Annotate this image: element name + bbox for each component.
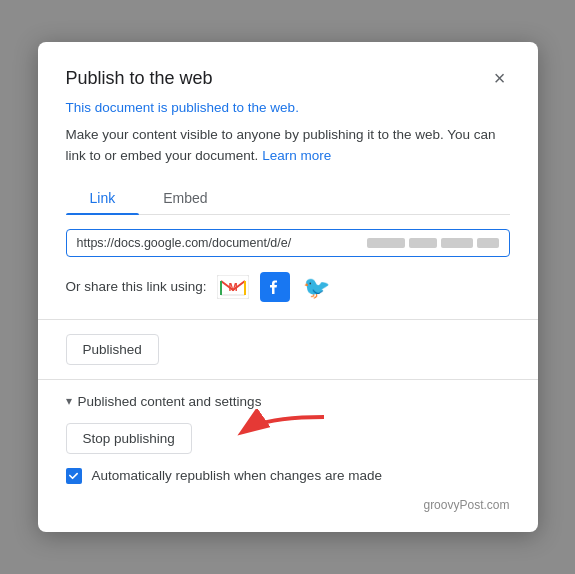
auto-republish-checkbox[interactable] [66,468,82,484]
watermark: groovyPost.com [66,498,510,512]
publish-to-web-modal: Publish to the web × This document is pu… [38,42,538,532]
redacted-4 [477,238,499,248]
tab-link[interactable]: Link [66,182,140,214]
redacted-2 [409,238,437,248]
tab-bar: Link Embed [66,182,510,215]
settings-label: Published content and settings [78,394,262,409]
svg-text:M: M [228,281,237,293]
divider-2 [38,379,538,380]
redacted-1 [367,238,405,248]
settings-section: ▾ Published content and settings Stop pu… [66,394,510,484]
checkbox-label: Automatically republish when changes are… [92,468,382,483]
twitter-icon[interactable]: 🐦 [301,273,333,301]
url-box[interactable]: https://docs.google.com/document/d/e/ [66,229,510,257]
divider-1 [38,319,538,320]
close-button[interactable]: × [490,66,510,90]
redacted-3 [441,238,473,248]
tab-embed[interactable]: Embed [139,182,231,214]
stop-publishing-button[interactable]: Stop publishing [66,423,192,454]
share-label: Or share this link using: [66,279,207,294]
share-row: Or share this link using: M [66,273,510,301]
svg-text:🐦: 🐦 [303,274,331,301]
url-text: https://docs.google.com/document/d/e/ [77,236,363,250]
checkbox-row: Automatically republish when changes are… [66,468,510,484]
chevron-down-icon: ▾ [66,394,72,408]
gmail-icon[interactable]: M [217,273,249,301]
stop-row: Stop publishing [66,423,510,454]
url-redacted [367,238,499,248]
published-button[interactable]: Published [66,334,159,365]
learn-more-link[interactable]: Learn more [262,148,331,163]
settings-header: ▾ Published content and settings [66,394,510,409]
published-notice: This document is published to the web. [66,100,510,115]
arrow-icon [214,409,334,453]
description-text: Make your content visible to anyone by p… [66,125,510,166]
facebook-icon[interactable] [259,273,291,301]
modal-title: Publish to the web [66,68,213,89]
modal-header: Publish to the web × [66,66,510,90]
